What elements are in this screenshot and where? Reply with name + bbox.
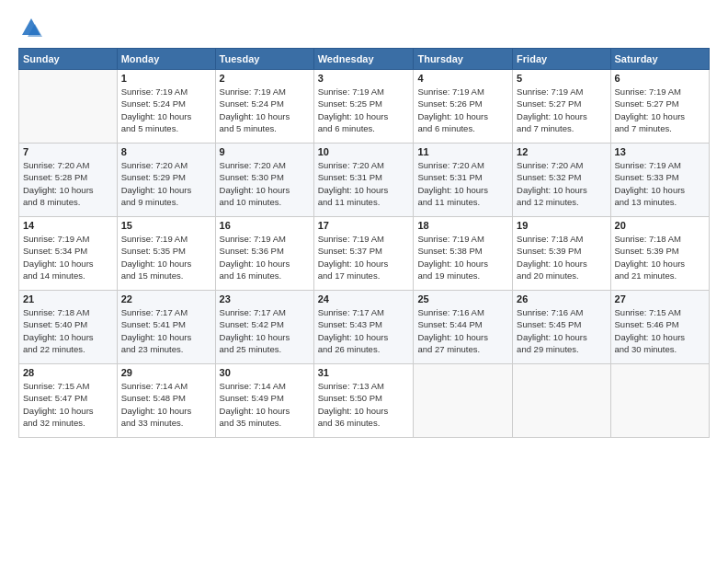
day-info: Sunrise: 7:14 AMSunset: 5:48 PMDaylight:… [121,380,211,429]
calendar-cell: 16Sunrise: 7:19 AMSunset: 5:36 PMDayligh… [215,217,313,291]
logo-icon [18,15,44,40]
calendar-week-row: 1Sunrise: 7:19 AMSunset: 5:24 PMDaylight… [19,70,710,144]
calendar-cell [19,70,118,144]
calendar-week-row: 21Sunrise: 7:18 AMSunset: 5:40 PMDayligh… [19,291,710,364]
day-number: 14 [23,220,113,231]
day-number: 22 [121,293,211,304]
day-info: Sunrise: 7:20 AMSunset: 5:29 PMDaylight:… [121,159,211,208]
day-number: 29 [121,367,211,378]
day-number: 28 [23,367,113,378]
calendar-cell: 19Sunrise: 7:18 AMSunset: 5:39 PMDayligh… [513,217,610,291]
calendar-cell: 29Sunrise: 7:14 AMSunset: 5:48 PMDayligh… [117,364,215,438]
day-number: 17 [318,220,410,231]
day-info: Sunrise: 7:18 AMSunset: 5:40 PMDaylight:… [23,306,113,355]
calendar-cell: 20Sunrise: 7:18 AMSunset: 5:39 PMDayligh… [610,217,709,291]
day-number: 8 [121,146,211,157]
day-info: Sunrise: 7:20 AMSunset: 5:32 PMDaylight:… [517,159,606,208]
day-info: Sunrise: 7:19 AMSunset: 5:25 PMDaylight:… [318,86,410,134]
calendar-cell [513,364,610,438]
calendar-cell: 7Sunrise: 7:20 AMSunset: 5:28 PMDaylight… [19,144,118,217]
calendar-cell: 1Sunrise: 7:19 AMSunset: 5:24 PMDaylight… [117,70,215,144]
day-number: 7 [23,146,113,157]
calendar-cell [414,364,513,438]
calendar-cell: 10Sunrise: 7:20 AMSunset: 5:31 PMDayligh… [313,144,414,217]
day-info: Sunrise: 7:16 AMSunset: 5:44 PMDaylight:… [417,306,508,355]
day-info: Sunrise: 7:19 AMSunset: 5:27 PMDaylight:… [615,86,705,134]
calendar-cell: 24Sunrise: 7:17 AMSunset: 5:43 PMDayligh… [313,291,414,364]
day-info: Sunrise: 7:19 AMSunset: 5:34 PMDaylight:… [23,233,113,282]
day-info: Sunrise: 7:16 AMSunset: 5:45 PMDaylight:… [517,306,606,355]
day-number: 13 [615,146,705,157]
day-number: 31 [318,367,410,378]
day-info: Sunrise: 7:19 AMSunset: 5:24 PMDaylight:… [121,86,211,134]
page: SundayMondayTuesdayWednesdayThursdayFrid… [0,0,728,563]
day-info: Sunrise: 7:15 AMSunset: 5:46 PMDaylight:… [615,306,705,355]
day-number: 18 [417,220,508,231]
calendar-cell: 17Sunrise: 7:19 AMSunset: 5:37 PMDayligh… [313,217,414,291]
day-info: Sunrise: 7:13 AMSunset: 5:50 PMDaylight:… [318,380,410,429]
day-number: 26 [517,293,606,304]
day-info: Sunrise: 7:17 AMSunset: 5:42 PMDaylight:… [220,306,310,355]
calendar-cell: 26Sunrise: 7:16 AMSunset: 5:45 PMDayligh… [513,291,610,364]
calendar-cell: 4Sunrise: 7:19 AMSunset: 5:26 PMDaylight… [414,70,513,144]
calendar-cell: 25Sunrise: 7:16 AMSunset: 5:44 PMDayligh… [414,291,513,364]
day-number: 4 [417,73,508,84]
header [18,15,710,40]
weekday-header-monday: Monday [117,49,215,70]
day-info: Sunrise: 7:19 AMSunset: 5:36 PMDaylight:… [220,233,310,282]
calendar-cell: 15Sunrise: 7:19 AMSunset: 5:35 PMDayligh… [117,217,215,291]
day-number: 12 [517,146,606,157]
weekday-header-row: SundayMondayTuesdayWednesdayThursdayFrid… [19,49,710,70]
weekday-header-wednesday: Wednesday [313,49,414,70]
calendar-cell: 12Sunrise: 7:20 AMSunset: 5:32 PMDayligh… [513,144,610,217]
day-info: Sunrise: 7:18 AMSunset: 5:39 PMDaylight:… [517,233,606,282]
calendar-table: SundayMondayTuesdayWednesdayThursdayFrid… [18,48,710,438]
day-number: 10 [318,146,410,157]
day-info: Sunrise: 7:20 AMSunset: 5:31 PMDaylight:… [417,159,508,208]
calendar-cell: 3Sunrise: 7:19 AMSunset: 5:25 PMDaylight… [313,70,414,144]
day-number: 21 [23,293,113,304]
day-number: 16 [220,220,310,231]
day-number: 9 [220,146,310,157]
day-info: Sunrise: 7:19 AMSunset: 5:37 PMDaylight:… [318,233,410,282]
day-number: 24 [318,293,410,304]
weekday-header-thursday: Thursday [414,49,513,70]
calendar-cell: 30Sunrise: 7:14 AMSunset: 5:49 PMDayligh… [215,364,313,438]
calendar-cell: 8Sunrise: 7:20 AMSunset: 5:29 PMDaylight… [117,144,215,217]
day-info: Sunrise: 7:20 AMSunset: 5:28 PMDaylight:… [23,159,113,208]
day-number: 25 [417,293,508,304]
day-info: Sunrise: 7:17 AMSunset: 5:43 PMDaylight:… [318,306,410,355]
weekday-header-sunday: Sunday [19,49,118,70]
calendar-cell: 22Sunrise: 7:17 AMSunset: 5:41 PMDayligh… [117,291,215,364]
calendar-cell: 11Sunrise: 7:20 AMSunset: 5:31 PMDayligh… [414,144,513,217]
day-number: 27 [615,293,705,304]
calendar-week-row: 14Sunrise: 7:19 AMSunset: 5:34 PMDayligh… [19,217,710,291]
day-number: 3 [318,73,410,84]
logo [18,15,48,40]
day-number: 6 [615,73,705,84]
calendar-cell: 5Sunrise: 7:19 AMSunset: 5:27 PMDaylight… [513,70,610,144]
day-number: 15 [121,220,211,231]
calendar-cell: 13Sunrise: 7:19 AMSunset: 5:33 PMDayligh… [610,144,709,217]
day-info: Sunrise: 7:19 AMSunset: 5:27 PMDaylight:… [517,86,606,134]
day-number: 2 [220,73,310,84]
calendar-cell: 21Sunrise: 7:18 AMSunset: 5:40 PMDayligh… [19,291,118,364]
day-info: Sunrise: 7:18 AMSunset: 5:39 PMDaylight:… [615,233,705,282]
day-number: 5 [517,73,606,84]
day-number: 23 [220,293,310,304]
calendar-week-row: 28Sunrise: 7:15 AMSunset: 5:47 PMDayligh… [19,364,710,438]
day-info: Sunrise: 7:19 AMSunset: 5:35 PMDaylight:… [121,233,211,282]
weekday-header-tuesday: Tuesday [215,49,313,70]
weekday-header-saturday: Saturday [610,49,709,70]
day-number: 20 [615,220,705,231]
day-info: Sunrise: 7:19 AMSunset: 5:33 PMDaylight:… [615,159,705,208]
calendar-cell: 28Sunrise: 7:15 AMSunset: 5:47 PMDayligh… [19,364,118,438]
day-number: 1 [121,73,211,84]
day-info: Sunrise: 7:19 AMSunset: 5:38 PMDaylight:… [417,233,508,282]
day-info: Sunrise: 7:19 AMSunset: 5:24 PMDaylight:… [220,86,310,134]
day-number: 19 [517,220,606,231]
day-info: Sunrise: 7:19 AMSunset: 5:26 PMDaylight:… [417,86,508,134]
calendar-cell [610,364,709,438]
calendar-cell: 23Sunrise: 7:17 AMSunset: 5:42 PMDayligh… [215,291,313,364]
day-info: Sunrise: 7:15 AMSunset: 5:47 PMDaylight:… [23,380,113,429]
